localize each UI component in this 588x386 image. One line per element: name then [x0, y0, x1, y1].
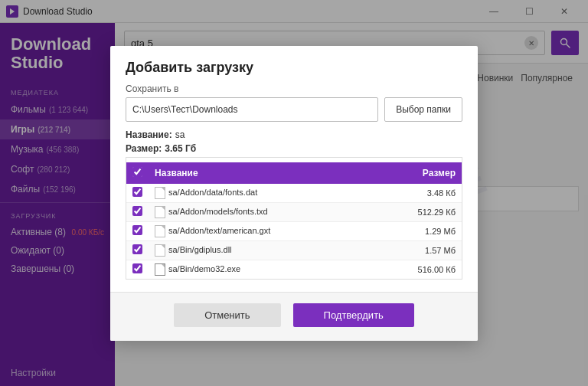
row-size-cell: 1.57 Мб — [381, 240, 462, 260]
table-row: sa/Bin/demo32.exe 516.00 Кб — [126, 260, 462, 279]
row-size-cell: 3.48 Кб — [381, 184, 462, 203]
file-type-icon — [155, 187, 165, 199]
table-row: sa/Addon/models/fonts.txd 512.29 Кб — [126, 202, 462, 221]
file-type-icon — [155, 225, 165, 237]
name-info-value: sa — [175, 129, 185, 140]
row-name-cell: sa/Addon/data/fonts.dat — [149, 184, 381, 203]
file-type-icon — [155, 244, 165, 257]
row-checkbox-cell — [126, 260, 149, 279]
row-name-cell: sa/Addon/models/fonts.txd — [149, 202, 381, 221]
name-info-label: Название: — [126, 129, 172, 140]
col-name-header: Название — [149, 162, 381, 184]
col-checkbox — [126, 162, 149, 184]
file-type-icon — [155, 263, 165, 276]
row-name-cell: sa/Bin/demo32.exe — [149, 260, 381, 279]
size-info-row: Размер: 3.65 Гб — [126, 143, 462, 154]
choose-folder-button[interactable]: Выбор папки — [384, 97, 462, 122]
file-checkbox-4[interactable] — [132, 263, 142, 273]
table-row: sa/Addon/text/american.gxt 1.29 Мб — [126, 221, 462, 240]
dialog-overlay: Добавить загрузку Сохранить в Выбор папк… — [0, 0, 588, 386]
save-label: Сохранить в — [126, 83, 462, 94]
file-checkbox-2[interactable] — [132, 225, 142, 235]
table-row: sa/Addon/data/fonts.dat 3.48 Кб — [126, 184, 462, 203]
dialog-path-row: Выбор папки — [126, 97, 462, 122]
row-size-cell: 284.63 Кб — [381, 279, 462, 280]
row-size-cell: 516.00 Кб — [381, 260, 462, 279]
row-checkbox-cell — [126, 221, 149, 240]
col-size-header: Размер — [381, 162, 462, 184]
cancel-button[interactable]: Отменить — [174, 303, 280, 327]
row-name-cell: sa/Bin/gdiplus.dll — [149, 240, 381, 260]
file-table: Название Размер sa/Addon/data/fonts.dat … — [126, 162, 462, 280]
file-table-wrap: Название Размер sa/Addon/data/fonts.dat … — [126, 157, 462, 280]
file-type-icon — [155, 206, 165, 218]
row-size-cell: 1.29 Мб — [381, 221, 462, 240]
file-checkbox-0[interactable] — [132, 187, 142, 197]
row-checkbox-cell — [126, 202, 149, 221]
row-checkbox-cell — [126, 279, 149, 280]
dialog-footer: Отменить Подтвердить — [110, 292, 478, 341]
size-info-value: 3.65 Гб — [165, 143, 196, 154]
row-checkbox-cell — [126, 184, 149, 203]
select-all-checkbox[interactable] — [132, 167, 142, 177]
table-row: sa/Bin/gdiplus.dll 1.57 Мб — [126, 240, 462, 260]
dialog-body: Сохранить в Выбор папки Название: sa Раз… — [110, 83, 478, 292]
table-row: sa/Bin/gta_SA_demoshield.dbd 284.63 Кб — [126, 279, 462, 280]
row-name-cell: sa/Addon/text/american.gxt — [149, 221, 381, 240]
add-download-dialog: Добавить загрузку Сохранить в Выбор папк… — [110, 46, 478, 341]
row-size-cell: 512.29 Кб — [381, 202, 462, 221]
file-checkbox-3[interactable] — [132, 244, 142, 254]
name-info-row: Название: sa — [126, 129, 462, 140]
row-name-cell: sa/Bin/gta_SA_demoshield.dbd — [149, 279, 381, 280]
row-checkbox-cell — [126, 240, 149, 260]
save-path-input[interactable] — [126, 97, 378, 122]
dialog-title: Добавить загрузку — [110, 46, 478, 83]
file-checkbox-1[interactable] — [132, 206, 142, 216]
size-info-label: Размер: — [126, 143, 162, 154]
confirm-button[interactable]: Подтвердить — [293, 303, 414, 327]
